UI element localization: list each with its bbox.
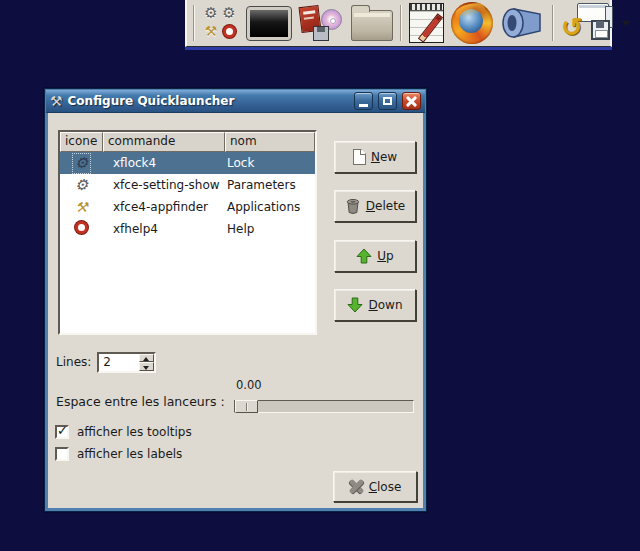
- row-commande: xfce-setting-show: [103, 178, 225, 192]
- package-manager-icon[interactable]: [298, 3, 344, 43]
- configure-quicklauncher-window: ⚒ Configure Quicklauncher icone commande…: [44, 88, 427, 512]
- spacing-slider[interactable]: [234, 400, 414, 413]
- settings-launcher-icon[interactable]: [220, 4, 238, 22]
- down-arrow-icon: [347, 297, 363, 313]
- gear-icon: [75, 178, 88, 193]
- spacing-label: Espace entre les lanceurs :: [56, 394, 225, 409]
- table-row[interactable]: xflock4 Lock: [60, 152, 315, 174]
- tooltips-checkbox-label: afficher les tooltips: [77, 425, 192, 439]
- terminal-icon[interactable]: [247, 7, 291, 40]
- panel-separator: [400, 5, 402, 41]
- window-title: Configure Quicklauncher: [68, 94, 349, 108]
- firefox-icon[interactable]: [451, 2, 493, 44]
- delete-button-label: Delete: [366, 199, 405, 213]
- row-nom: Applications: [225, 200, 315, 214]
- down-button-label: Down: [368, 298, 402, 312]
- window-tools-icon: ⚒: [50, 94, 63, 108]
- floppy-icon: [591, 20, 610, 40]
- close-x-icon: [349, 479, 364, 494]
- row-nom: Help: [225, 222, 315, 236]
- panel-dropdown-arrow-icon[interactable]: [622, 21, 630, 26]
- tooltips-checkbox-row[interactable]: afficher les tooltips: [55, 425, 192, 439]
- column-header-commande[interactable]: commande: [103, 132, 225, 152]
- labels-checkbox-row[interactable]: afficher les labels: [55, 447, 182, 461]
- close-button-label: Close: [369, 480, 402, 494]
- down-button[interactable]: Down: [334, 289, 416, 321]
- text-editor-icon[interactable]: [409, 3, 444, 43]
- dialog-body: icone commande nom xflock4 Lock xfce-set…: [48, 113, 423, 508]
- file-manager-icon[interactable]: [351, 10, 393, 41]
- row-commande: xflock4: [103, 156, 225, 170]
- lifebuoy-icon: [75, 221, 88, 237]
- checkbox-checked-icon[interactable]: [55, 425, 69, 439]
- close-window-button[interactable]: [402, 92, 421, 110]
- desktop: ↺ ⚒ Configure Quicklauncher icone comman…: [0, 0, 640, 551]
- slider-handle[interactable]: [235, 400, 258, 413]
- lines-spinner[interactable]: 2: [97, 352, 156, 373]
- cycle-arrow-icon: ↺: [561, 14, 583, 40]
- row-nom: Lock: [225, 156, 315, 170]
- launchers-list: icone commande nom xflock4 Lock xfce-set…: [58, 130, 317, 335]
- spin-up-icon[interactable]: [139, 354, 154, 363]
- up-button[interactable]: Up: [334, 240, 416, 272]
- list-header: icone commande nom: [60, 132, 315, 152]
- maximize-button[interactable]: [378, 92, 397, 110]
- floppy-icon: [313, 26, 329, 41]
- gear-icon: [75, 156, 88, 171]
- titlebar: ⚒ Configure Quicklauncher: [46, 90, 425, 113]
- appfinder-launcher-icon[interactable]: [202, 22, 220, 40]
- labels-checkbox-label: afficher les labels: [77, 447, 182, 461]
- volume-icon[interactable]: [500, 1, 545, 46]
- row-commande: xfce4-appfinder: [103, 200, 225, 214]
- minimize-icon: [359, 104, 368, 107]
- tools-icon: [75, 200, 88, 215]
- column-header-icone[interactable]: icone: [60, 132, 103, 152]
- up-button-label: Up: [377, 249, 393, 263]
- lines-label: Lines:: [56, 355, 91, 369]
- table-row[interactable]: xfhelp4 Help: [60, 218, 315, 240]
- quicklauncher-applet: [202, 4, 240, 42]
- close-icon: [406, 96, 417, 107]
- minimize-button[interactable]: [354, 92, 373, 110]
- column-header-nom[interactable]: nom: [225, 132, 315, 152]
- table-row[interactable]: xfce4-appfinder Applications: [60, 196, 315, 218]
- row-nom: Parameters: [225, 178, 315, 192]
- trash-icon: [345, 198, 361, 215]
- delete-button[interactable]: Delete: [334, 190, 416, 222]
- table-row[interactable]: xfce-setting-show Parameters: [60, 174, 315, 196]
- new-button[interactable]: New: [334, 141, 416, 173]
- checkbox-unchecked-icon[interactable]: [55, 447, 69, 461]
- session-save-icon[interactable]: ↺: [561, 2, 617, 44]
- new-button-label: New: [371, 150, 397, 164]
- up-arrow-icon: [356, 248, 372, 264]
- lock-launcher-icon[interactable]: [202, 4, 220, 22]
- lines-value: 2: [99, 354, 139, 371]
- panel-separator: [552, 5, 554, 41]
- maximize-icon: [383, 97, 392, 105]
- xfce-panel: ↺: [185, 0, 612, 47]
- new-document-icon: [353, 149, 366, 165]
- spin-down-icon[interactable]: [139, 362, 154, 371]
- panel-separator: [193, 5, 195, 41]
- close-button[interactable]: Close: [333, 471, 417, 502]
- help-launcher-icon[interactable]: [220, 22, 238, 40]
- spacing-value: 0.00: [236, 378, 262, 392]
- row-commande: xfhelp4: [103, 222, 225, 236]
